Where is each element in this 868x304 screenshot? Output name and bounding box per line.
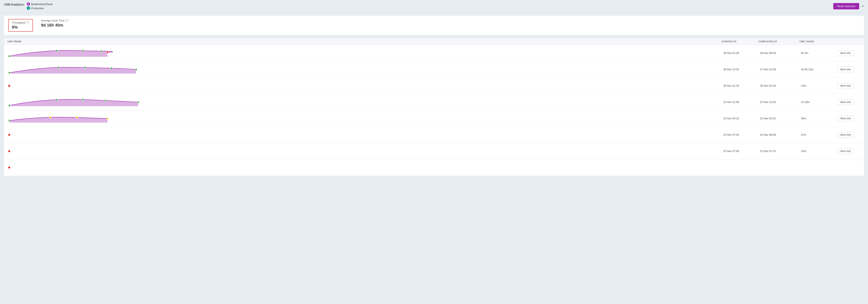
trend-cell-6: [7, 150, 722, 152]
time-taken-cell-6: 15m: [799, 149, 836, 154]
trend-chart-3: [7, 96, 146, 108]
header-left: VSM Analytics: BuildAndUnitTests: [4, 2, 53, 10]
action-cell-7: [836, 167, 861, 168]
vsm-table: VSM TREND STARTED AT COMPLETED AT TIME T…: [4, 38, 864, 176]
completed-at-cell-4: 22 Nov 20:42: [758, 116, 799, 121]
svg-point-5: [100, 50, 102, 52]
time-taken-cell-5: 27m: [799, 132, 836, 137]
action-cell-6: More Info: [836, 147, 861, 155]
svg-point-4: [82, 49, 84, 52]
started-at-cell-0: 28 Nov 01:35: [722, 50, 758, 55]
svg-point-10: [111, 67, 113, 69]
col-actions: [836, 40, 861, 43]
more-info-button-3[interactable]: More Info: [838, 99, 854, 105]
table-row: 22 Nov 20:1222 Nov 20:4230mMore Info: [4, 110, 864, 127]
svg-point-1: [28, 4, 29, 4]
build-pipeline-icon: [27, 2, 30, 6]
trend-cell-4: [7, 112, 722, 125]
col-vsm-trend: VSM TREND: [7, 40, 722, 43]
red-dot-6: [8, 150, 10, 152]
avg-cycle-info-icon[interactable]: ?: [66, 19, 68, 22]
throughput-info-icon[interactable]: ?: [26, 21, 29, 24]
col-time-taken: TIME TAKEN: [799, 40, 836, 43]
avg-cycle-card: Average Cycle Time ? 9d 16h 40m: [41, 19, 68, 28]
started-at-cell-5: 22 Nov 07:42: [722, 132, 758, 137]
more-info-button-1[interactable]: More Info: [838, 67, 854, 72]
trend-chart-1: [7, 63, 146, 76]
table-row: [4, 159, 864, 176]
svg-point-12: [8, 104, 10, 106]
table-row: 22 Nov 07:4222 Nov 08:0927mMore Info: [4, 127, 864, 143]
build-pipeline-name: BuildAndUnitTests: [31, 3, 53, 6]
trend-cell-3: [7, 96, 722, 108]
reset-selection-button[interactable]: Reset Selection: [833, 3, 859, 9]
throughput-value: 9%: [12, 25, 18, 30]
red-dot-2: [8, 85, 10, 87]
trend-cell-1: [7, 63, 722, 76]
time-taken-cell-3: 1h 28m: [799, 100, 836, 104]
table-row: 26 Nov 22:2527 Nov 22:381d 0h 12mMore In…: [4, 61, 864, 78]
action-cell-5: More Info: [836, 131, 861, 138]
time-taken-cell-0: 5h 5m: [799, 50, 836, 55]
time-taken-cell-1: 1d 0h 12m: [799, 67, 836, 72]
time-taken-cell-4: 30m: [799, 116, 836, 121]
svg-point-13: [55, 99, 57, 101]
svg-point-15: [104, 100, 106, 102]
more-info-button-5[interactable]: More Info: [838, 132, 854, 138]
started-at-cell-1: 26 Nov 22:25: [722, 67, 758, 72]
table-row: 28 Nov 01:3528 Nov 06:405h 5mMore Info: [4, 45, 864, 61]
trend-cell-7: [7, 167, 722, 169]
red-dot-7: [8, 167, 10, 169]
red-dot-5: [8, 134, 10, 136]
started-at-cell-6: 22 Nov 07:00: [722, 149, 758, 154]
svg-point-14: [82, 99, 84, 101]
trend-cell-5: [7, 134, 722, 136]
action-cell-4: More Info: [836, 115, 861, 122]
col-completed-at: COMPLETED AT: [758, 40, 799, 43]
svg-point-2: [8, 55, 10, 57]
completed-at-cell-1: 27 Nov 22:38: [758, 67, 799, 72]
completed-at-cell-0: 28 Nov 06:40: [758, 50, 799, 55]
more-info-button-6[interactable]: More Info: [838, 148, 854, 154]
pipeline-item-production: Production: [27, 6, 53, 10]
trend-chart-0: [7, 47, 146, 59]
table-row: 26 Nov 01:2026 Nov 01:3414mMore Info: [4, 78, 864, 94]
more-info-button-0[interactable]: More Info: [838, 50, 854, 56]
svg-point-18: [49, 116, 51, 118]
vsm-analytics-label: VSM Analytics:: [4, 2, 25, 6]
action-cell-2: More Info: [836, 82, 861, 90]
svg-point-16: [137, 101, 139, 103]
started-at-cell-3: 22 Nov 21:58: [722, 100, 758, 104]
svg-point-19: [76, 116, 78, 118]
svg-point-3: [55, 49, 57, 52]
pipeline-list: BuildAndUnitTests Production: [27, 2, 53, 10]
throughput-label: Throughput ?: [12, 21, 29, 24]
started-at-cell-2: 26 Nov 01:20: [722, 83, 758, 88]
started-at-cell-4: 22 Nov 20:12: [722, 116, 758, 121]
time-taken-cell-7: [799, 167, 836, 168]
svg-point-8: [57, 66, 60, 68]
production-pipeline-name: Production: [31, 7, 44, 10]
completed-at-cell-7: [758, 167, 799, 168]
close-button[interactable]: ×: [862, 4, 864, 8]
header: VSM Analytics: BuildAndUnitTests: [0, 0, 868, 12]
production-pipeline-icon: [27, 6, 30, 10]
throughput-card: Throughput ? 9%: [8, 19, 33, 32]
avg-cycle-value: 9d 16h 40m: [41, 23, 63, 28]
completed-at-cell-5: 22 Nov 08:09: [758, 132, 799, 137]
time-taken-cell-2: 14m: [799, 83, 836, 88]
svg-point-9: [84, 66, 86, 68]
pipeline-item-build: BuildAndUnitTests: [27, 2, 53, 6]
col-started-at: STARTED AT: [722, 40, 758, 43]
more-info-button-2[interactable]: More Info: [838, 83, 854, 89]
action-cell-1: More Info: [836, 66, 861, 73]
header-actions: Reset Selection ×: [833, 3, 864, 9]
table-row: 22 Nov 07:0022 Nov 07:1515mMore Info: [4, 143, 864, 159]
more-info-button-4[interactable]: More Info: [838, 115, 854, 121]
svg-point-11: [135, 68, 137, 70]
table-header: VSM TREND STARTED AT COMPLETED AT TIME T…: [4, 38, 864, 45]
completed-at-cell-3: 22 Nov 23:25: [758, 100, 799, 104]
trend-chart-4: [7, 112, 146, 125]
svg-point-7: [8, 72, 10, 74]
page-wrapper: VSM Analytics: BuildAndUnitTests: [0, 0, 868, 304]
